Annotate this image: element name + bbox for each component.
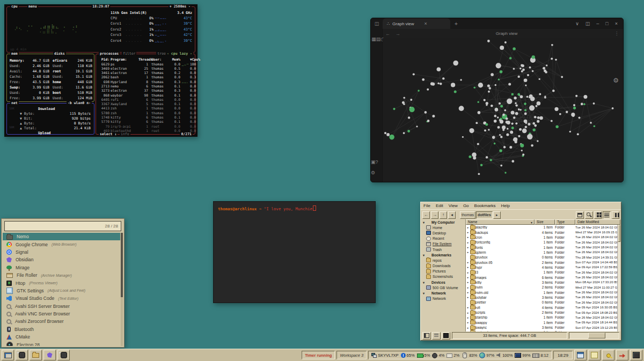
back-icon[interactable]: ← (383, 31, 393, 36)
tray-item[interactable]: 5% (417, 352, 430, 358)
tray-item[interactable]: 2% (447, 352, 459, 358)
file-row[interactable]: ▸ gpterm 1 item Folder Tue 26 Mar 2024 1… (466, 250, 618, 255)
nav-button[interactable]: ← (422, 211, 430, 219)
quick-launch-button[interactable] (574, 350, 587, 360)
file-row[interactable]: ▸ cron 1 item Folder Tue 26 Mar 2024 18:… (466, 235, 618, 240)
status-toggle-button[interactable] (442, 332, 450, 340)
expander-icon[interactable]: ▸ (466, 321, 470, 324)
sidebar-row[interactable]: repos (421, 257, 465, 263)
breadcrumb-segment[interactable]: dotfiles (476, 211, 493, 219)
sidebar-row[interactable]: Network (421, 290, 465, 296)
status-toggle-button[interactable] (422, 332, 431, 340)
process-row[interactable]: 6405 rofi 6 thomas 0.0 0.0 (98, 98, 193, 102)
expander-icon[interactable]: ▸ (466, 251, 470, 254)
btop-cpu-lazy-selector[interactable]: ‹ cpu lazy › (166, 51, 193, 56)
expander-icon[interactable]: ▸ (466, 226, 470, 229)
file-list-scrollbar[interactable] (617, 225, 620, 331)
taskbar-clock[interactable]: 18:29 (553, 351, 573, 359)
btop-tab-net[interactable]: net (10, 101, 19, 106)
horizontal-scrollbar-thumb[interactable] (588, 333, 605, 338)
sidebar-row[interactable]: Pictures (421, 269, 465, 274)
window-button[interactable] (57, 350, 70, 360)
expander-icon[interactable]: ▸ (466, 311, 470, 314)
menu-item[interactable]: Bookmarks (474, 203, 496, 208)
process-row[interactable]: 1748 kitty 6 thomas 0.1 0.0 (98, 115, 193, 120)
tray-item[interactable]: 65% (401, 353, 415, 358)
process-row[interactable]: 4413 zsh 1 thomas 0.0 0.0 (98, 106, 193, 110)
quick-launch-button[interactable] (602, 350, 614, 360)
tray-item[interactable]: SKYVL7XP (371, 352, 398, 358)
expander-icon[interactable]: ▸ (466, 246, 470, 249)
sidebar-toggle-icon[interactable]: ◫ (371, 21, 383, 26)
quick-launch-button[interactable] (616, 350, 628, 360)
process-row[interactable]: 2062 bash 1 thomas 0.0 0.3 (98, 75, 193, 79)
tab-graph-view[interactable]: ∴ Graph view × (383, 18, 450, 29)
process-row[interactable]: 2713 nemo 6 thomas 0.1 0.0 (98, 84, 193, 89)
view-mode-button[interactable] (585, 211, 593, 219)
menu-item[interactable]: Go (463, 203, 469, 208)
launcher-item[interactable]: Htop (Process Viewer) (3, 279, 120, 286)
sidebar-row[interactable]: My Computer (421, 219, 465, 225)
file-row[interactable]: ▸ scripts 2 items Folder Tue 09 Apr 2024… (466, 310, 618, 315)
breadcrumb-segment[interactable]: ▸ (493, 211, 501, 219)
btop-tab-cpu[interactable]: cpu (10, 4, 19, 9)
process-table-header[interactable]: Pid: Program: Threads: User: Mem% ▼Cpu% (98, 57, 193, 62)
expander-icon[interactable]: ▸ (466, 266, 470, 269)
status-toggle-button[interactable] (432, 332, 441, 340)
column-size[interactable]: Size (535, 219, 555, 225)
sidebar-row[interactable]: Recent (421, 236, 465, 241)
sidebar-row[interactable]: Bookmarks (421, 252, 465, 257)
sidebar-row[interactable]: 500 GB Volume (421, 285, 465, 290)
menu-item[interactable]: View (449, 203, 458, 208)
launcher-item[interactable]: Avahi SSH Server Browser (3, 303, 120, 310)
launcher-item[interactable]: Avahi Zeroconf Browser (3, 318, 120, 325)
tray-item[interactable]: 8:12 (532, 352, 548, 358)
column-name[interactable]: Name▼ (466, 219, 535, 225)
btop-tab-disks[interactable]: disks (53, 51, 66, 56)
tray-item[interactable]: 4% (432, 352, 444, 358)
graph-canvas[interactable]: ⚙ (383, 38, 623, 182)
quick-launch-button[interactable] (630, 350, 642, 360)
expander-icon[interactable]: ▸ (466, 326, 470, 329)
process-row[interactable]: 3469 electron 25 thomas 0.5 0.0 (98, 67, 193, 71)
sidebar-row[interactable]: Downloads (421, 263, 465, 269)
ribbon-icon[interactable] (371, 170, 375, 175)
tab-list-chevron-icon[interactable]: ∨ (575, 21, 579, 26)
launcher-item[interactable]: Electron 28 (3, 341, 120, 346)
window-button[interactable] (16, 350, 28, 360)
file-row[interactable]: ▸ fonts 1 item Folder Tue 26 Mar 2024 18… (466, 245, 618, 249)
expander-icon[interactable]: ▸ (466, 271, 470, 274)
file-row[interactable]: ▸ gruvbox-95 2 items Folder Sun 07 Apr 2… (466, 260, 618, 264)
file-row[interactable]: prettier 0 items Folder Tue 26 Mar 2024 … (466, 300, 618, 305)
expander-icon[interactable]: ▸ (466, 316, 470, 319)
system-monitor-window[interactable]: cpu menu 18:29:07 + 2500ms - ⢠⡀ ⠐⠂ ⢀⣴⣶⣷⣄… (4, 4, 197, 137)
nav-button[interactable]: → (431, 211, 438, 219)
file-row[interactable]: ▸ nvim 2 items Folder Wed 27 Mar 2024 11… (466, 285, 618, 290)
launcher-item[interactable]: Visual Studio Code (Text Editor) (3, 294, 120, 302)
btop-tab-menu[interactable]: menu (27, 4, 38, 9)
breadcrumb-segment[interactable]: thomas (460, 211, 475, 219)
file-row[interactable]: ▸ backups 4 items Folder Wed 27 Mar 2024… (466, 230, 618, 234)
file-row[interactable]: ▸ kitty 3 items Folder Mon 08 Apr 2024 1… (466, 280, 618, 285)
process-select-hint[interactable]: select ↓ (99, 132, 118, 137)
column-date[interactable]: Date Modified (575, 219, 620, 225)
close-button[interactable]: × (615, 21, 618, 26)
graph-settings-gear-icon[interactable]: ⚙ (613, 77, 619, 84)
tray-item[interactable]: 99% (515, 352, 530, 358)
launcher-search-box[interactable]: 28 / 28 (4, 221, 121, 231)
sidebar-row[interactable]: File System (421, 241, 465, 247)
file-row[interactable]: ▸ hypr 4 items Folder Tue 09 Apr 2024 17… (466, 265, 618, 270)
menu-item[interactable]: Help (501, 203, 510, 208)
file-manager-window[interactable]: FileEditViewGoBookmarksHelp ←→↑◂ thomasd… (420, 202, 621, 341)
right-sidebar-toggle-icon[interactable]: ◫ (586, 21, 590, 26)
file-row[interactable]: ▸ swaync 3 items Folder Sun 07 Apr 2024 … (466, 325, 618, 330)
terminal-window[interactable]: thomas@archlinux ~ "I love you, Munchie (213, 201, 376, 303)
window-button[interactable] (2, 350, 14, 360)
ribbon-icon[interactable] (376, 159, 378, 165)
launcher-search-input[interactable] (5, 224, 105, 229)
process-row[interactable]: 5770 kitty 6 thomas 0.1 0.0 (98, 120, 193, 124)
file-row[interactable]: ▸ polybar 3 items Folder Tue 26 Mar 2024… (466, 295, 618, 300)
nav-button[interactable]: ◂ (448, 211, 456, 219)
minimize-button[interactable]: – (596, 21, 599, 26)
file-row[interactable]: ▸ images 6 items Folder Tue 26 Mar 2024 … (466, 275, 618, 279)
